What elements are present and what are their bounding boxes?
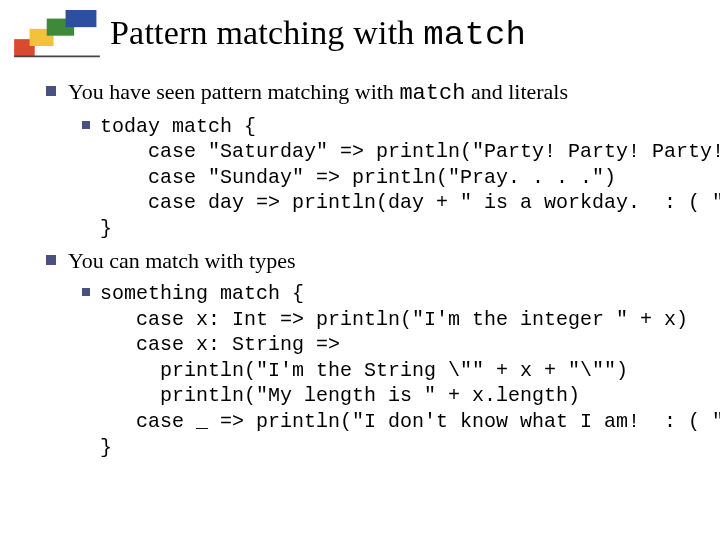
slide-body: You have seen pattern matching with matc… [40, 78, 700, 466]
code-block-types: something match { case x: Int => println… [76, 281, 700, 460]
bullet-literals-mono: match [399, 81, 465, 106]
bullet-literals-suffix: and literals [465, 79, 568, 104]
svg-rect-3 [66, 10, 97, 27]
bullet-literals-prefix: You have seen pattern matching with [68, 79, 399, 104]
slide: Pattern matching with match You have see… [0, 0, 720, 540]
bullet-types: You can match with types [40, 247, 700, 275]
logo-icon [14, 10, 100, 58]
code-block-literals: today match { case "Saturday" => println… [76, 114, 700, 242]
slide-title: Pattern matching with match [110, 14, 526, 54]
title-mono: match [423, 16, 526, 54]
bullet-literals: You have seen pattern matching with matc… [40, 78, 700, 108]
title-text: Pattern matching with [110, 14, 423, 51]
